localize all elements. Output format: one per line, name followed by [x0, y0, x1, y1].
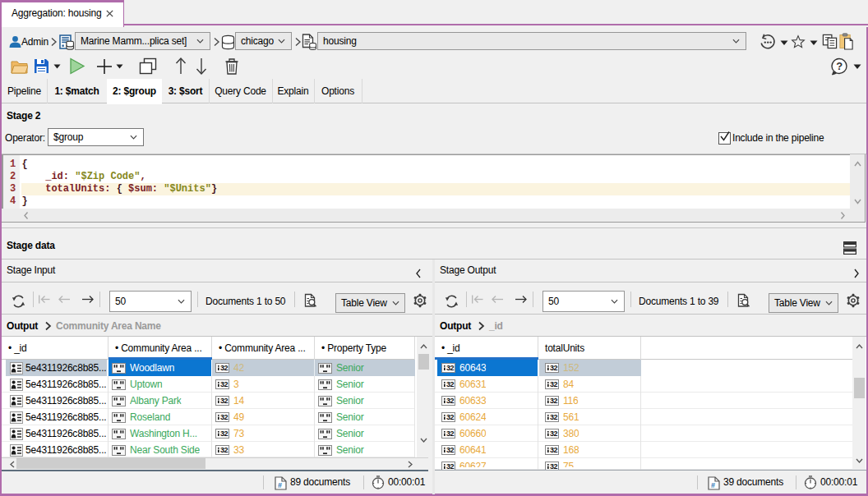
svg-text:32: 32 [550, 364, 557, 372]
svg-text:32: 32 [446, 380, 454, 388]
svg-text:32: 32 [220, 429, 228, 438]
svg-text:32: 32 [446, 364, 454, 372]
svg-text:32: 32 [550, 429, 557, 438]
svg-text:32: 32 [446, 429, 454, 438]
svg-text:32: 32 [550, 397, 557, 405]
svg-text:#: # [711, 481, 715, 489]
svg-text:32: 32 [446, 413, 454, 421]
svg-text:32: 32 [550, 413, 557, 421]
svg-text:32: 32 [550, 380, 557, 388]
svg-text:32: 32 [446, 446, 454, 454]
svg-text:32: 32 [550, 446, 557, 454]
svg-text:#: # [278, 481, 282, 489]
svg-text:32: 32 [220, 397, 228, 405]
svg-text:32: 32 [220, 364, 228, 372]
svg-text:?: ? [836, 60, 843, 72]
svg-text:32: 32 [446, 397, 454, 405]
svg-text:32: 32 [220, 413, 228, 421]
svg-text:32: 32 [220, 380, 228, 388]
svg-text:32: 32 [220, 446, 228, 454]
